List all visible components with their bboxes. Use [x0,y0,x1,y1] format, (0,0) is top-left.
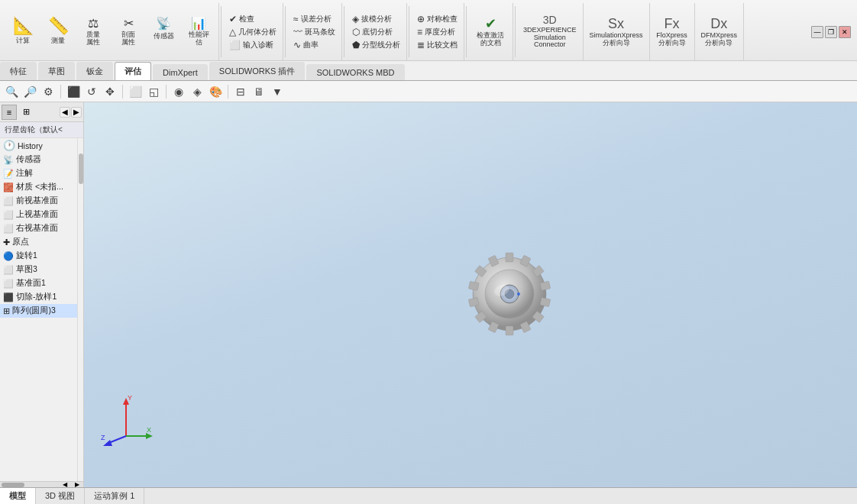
simx-button[interactable]: Sx SimulationXpress分析向导 [587,15,646,49]
svg-rect-1 [506,253,513,262]
flox-label: FloXpress分析向导 [656,32,687,47]
dfmx-button[interactable]: Dx DFMXpress分析向导 [698,15,741,49]
sensor-label: 传感器 [16,154,41,165]
rotate-button[interactable]: ↺ [83,83,100,100]
tab-model[interactable]: 模型 [0,488,36,504]
undercut-button[interactable]: ⬡ 底切分析 [349,26,403,38]
view-orient-button[interactable]: ◱ [145,83,162,100]
tree-item-annotations[interactable]: 📝 注解 [0,166,83,180]
celiang-button[interactable]: 📏 测量 [41,16,75,47]
gear-model [464,248,555,341]
chuanganqi-button[interactable]: 📡 传感器 [147,16,180,43]
gear-svg [464,248,555,340]
parting-button[interactable]: ⬟ 分型线分析 [349,39,403,51]
xingneng-button[interactable]: 📊 性能评估 [182,16,215,48]
flox-icon: Fx [665,17,680,31]
parting-icon: ⬟ [352,40,360,50]
thickness-label: 厚度分析 [425,27,455,37]
color-button[interactable]: 🎨 [207,83,224,100]
property-tab[interactable]: ⊞ [18,105,34,120]
error-analysis-button[interactable]: ≈ 误差分析 [290,13,338,25]
tree-item-cut-loft[interactable]: ⬛ 切除-放样1 [0,290,83,304]
thickness-button[interactable]: ≡ 厚度分析 [414,26,461,38]
tree-item-pattern[interactable]: ⊞ 阵列(圆周)3 [0,304,83,318]
tree-item-top-plane[interactable]: ⬜ 上视基准面 [0,208,83,221]
tree-item-front-plane[interactable]: ⬜ 前视基准面 [0,194,83,208]
hscroll-thumb[interactable] [2,483,24,487]
zebra-button[interactable]: 〰 斑马条纹 [290,26,338,38]
3dexp-label: 3DEXPERIENCESimulationConnector [523,27,577,50]
tab-caotu[interactable]: 草图 [38,62,75,80]
toolbar-section-check: ✔ 检查 △ 几何体分析 ⬜ 输入诊断 [223,3,283,60]
tree-item-right-plane[interactable]: ⬜ 右视基准面 [0,221,83,235]
tree-item-history[interactable]: 🕐 History [0,138,83,153]
input-diag-button[interactable]: ⬜ 输入诊断 [226,39,280,51]
tab-sw-insert[interactable]: SOLIDWORKS 插件 [209,62,306,80]
settings-button[interactable]: ⚙ [40,83,57,100]
jiemian-label: 剖面属性 [121,31,135,47]
restore-button[interactable]: ❐ [825,26,837,38]
box-select-button[interactable]: ⬛ [65,83,82,100]
minimize-button[interactable]: — [811,26,823,38]
material-label: 材质 <未指... [16,182,63,192]
tab-sw-mbd[interactable]: SOLIDWORKS MBD [306,64,404,80]
axes-svg: Y X Z [99,394,153,447]
check-button[interactable]: ✔ 检查 [226,13,280,25]
zhiliang-button[interactable]: ⚖ 质量属性 [76,16,110,48]
flox-button[interactable]: Fx FloXpress分析向导 [653,15,691,49]
feature-tab[interactable]: ≡ [2,105,17,120]
geometry-button[interactable]: △ 几何体分析 [226,26,280,38]
vscroll-track[interactable] [77,138,83,481]
tab-tezheng[interactable]: 特征 [0,62,37,80]
pan-button[interactable]: ✥ [102,83,118,100]
toolbar-section-3dexp: 3D 3DEXPERIENCESimulationConnector [517,3,584,60]
tree-item-sketch3[interactable]: ⬜ 草图3 [0,263,83,276]
tab-dimxpert[interactable]: DimXpert [153,64,208,80]
tree-item-revolve[interactable]: 🔵 旋转1 [0,249,83,263]
symmetry-check-button[interactable]: ⊕ 对称检查 [414,13,461,25]
zoom-in-button[interactable]: 🔎 [21,83,38,100]
icon-sep3 [166,85,167,99]
jiemian-button[interactable]: ✂ 剖面属性 [112,16,145,48]
view3d-button[interactable]: ⬜ [127,83,144,100]
compare-button[interactable]: ≣ 比较文档 [414,39,461,51]
close-button[interactable]: ✕ [839,26,851,38]
tab-banjin[interactable]: 钣金 [76,62,113,80]
section-view-button[interactable]: ⊟ [232,83,249,100]
y-axis-label: Y [128,394,132,402]
pattern-label: 阵列(圆周)3 [12,305,56,316]
zoom-fit-button[interactable]: 🔍 [3,83,20,100]
svg-marker-23 [146,433,153,439]
hscroll-bar[interactable]: ◀ ▶ [0,481,83,487]
sym-icon: ⊕ [417,14,425,24]
3d-viewport[interactable]: Y X Z [84,102,857,487]
vscroll-thumb[interactable] [79,153,83,184]
revolve-label: 旋转1 [16,250,37,261]
tab-3dview[interactable]: 3D 视图 [36,488,85,504]
tab-pingjia[interactable]: 评估 [115,62,151,80]
3dexp-icon: 3D [543,15,557,25]
scroll-right-arrow[interactable]: ▶ [71,107,82,118]
camera-button[interactable]: 🖥 [251,83,267,100]
more-button[interactable]: ▼ [269,83,286,100]
draft-group: ◈ 拔模分析 ⬡ 底切分析 ⬟ 分型线分析 [349,13,403,51]
check-activate-button[interactable]: ✔ 检查激活的文档 [471,15,509,49]
scroll-left-arrow[interactable]: ◀ [60,107,70,118]
ribbon-tabs: 特征 草图 钣金 评估 DimXpert SOLIDWORKS 插件 SOLID… [0,61,857,81]
tree-item-sensor[interactable]: 📡 传感器 [0,153,83,166]
toolbar-section-dfmx: Dx DFMXpress分析向导 [695,3,745,60]
shading-button[interactable]: ◉ [170,83,187,100]
3dexp-button[interactable]: 3D 3DEXPERIENCESimulationConnector [520,13,580,51]
tree-item-plane1[interactable]: ⬜ 基准面1 [0,276,83,290]
jisuan-button[interactable]: 📐 计算 [6,16,40,47]
bottom-tab-bar: 模型 3D 视图 运动算例 1 [0,487,857,504]
chuanganqi-icon: 📡 [156,18,171,30]
toolbar-section-symmetry: ⊕ 对称检查 ≡ 厚度分析 ≣ 比较文档 [411,3,464,60]
tab-motion[interactable]: 运动算例 1 [85,488,144,504]
draft-button[interactable]: ◈ 拔模分析 [349,13,403,25]
revolve-icon: 🔵 [3,251,14,261]
tree-item-origin[interactable]: ✚ 原点 [0,235,83,249]
display-button[interactable]: ◈ [189,83,205,100]
curvature-button[interactable]: ∿ 曲率 [290,39,338,51]
tree-item-material[interactable]: 🧱 材质 <未指... [0,180,83,194]
